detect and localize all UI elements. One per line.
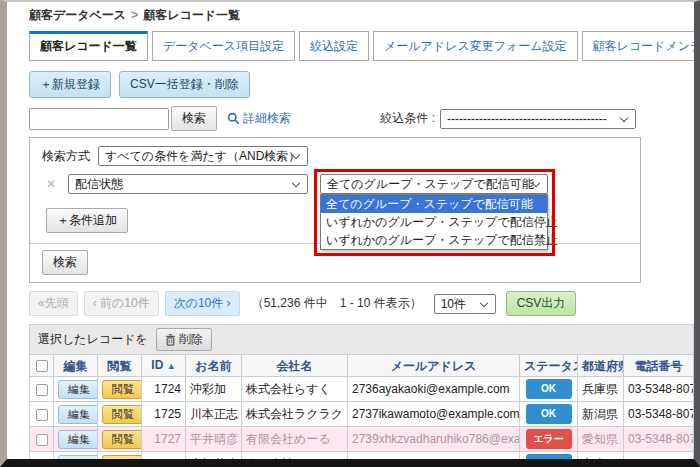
breadcrumb-parent[interactable]: 顧客データベース (29, 8, 126, 22)
new-record-button[interactable]: ＋新規登録 (29, 71, 111, 98)
cell-name: 川本正志 (186, 402, 242, 427)
select-all-header (30, 355, 54, 377)
select-all-checkbox[interactable] (36, 360, 48, 372)
header-email[interactable]: メールアドレス (348, 355, 520, 377)
condition-field-select[interactable]: 配信状態 (68, 174, 308, 194)
cell-name: 平井晴彦 (186, 427, 242, 452)
status-badge: OK (526, 404, 572, 424)
header-status[interactable]: ステータス (520, 355, 578, 377)
cell-prefecture: 富山県 (578, 452, 624, 467)
tab-bar: 顧客レコード一覧 データベース項目設定 絞込設定 メールアドレス変更フォーム設定… (29, 31, 694, 61)
toolbar: ＋新規登録 CSV一括登録・削除 (29, 71, 694, 98)
per-page-select[interactable]: 10件 (434, 294, 496, 314)
prev-page-button[interactable]: ‹ 前の10件 (84, 291, 159, 316)
cell-id: 1727 (142, 427, 186, 452)
advanced-search-label: 詳細検索 (243, 110, 291, 127)
header-edit: 編集 (54, 355, 98, 377)
bulk-delete-button[interactable]: 削除 (156, 328, 212, 351)
search-icon (227, 112, 240, 125)
advanced-search-link[interactable]: 詳細検索 (227, 110, 291, 127)
cell-id: 1728 (142, 452, 186, 467)
search-method-label: 検索方式 (42, 148, 90, 165)
status-badge: OK (526, 379, 572, 399)
bulk-action-label: 選択したレコードを (38, 331, 148, 348)
option-banned-any[interactable]: いずれかのグループ・ステップで配信禁止 (321, 231, 547, 249)
status-badge: OK (526, 454, 572, 467)
cell-phone: 03-5348-8070 (624, 427, 694, 452)
record-count-summary: （51,236 件中 1 - 10 件表示） (252, 295, 422, 312)
delivery-status-select[interactable]: 全てのグループ・ステップで配信可能 (320, 174, 548, 194)
cell-id: 1724 (142, 377, 186, 402)
tab-record-maintenance[interactable]: 顧客レコードメンテナンス (582, 31, 700, 61)
sort-asc-icon: ▲ (167, 361, 176, 371)
cell-name: 大橋花歩 (186, 452, 242, 467)
cell-email: 2737ikawamoto@example.com (348, 402, 520, 427)
next-page-button[interactable]: 次の10件 › (165, 291, 240, 316)
edit-button[interactable]: 編集 (58, 430, 98, 449)
row-checkbox[interactable] (36, 409, 48, 421)
page-content: 顧客データベース>顧客レコード一覧 顧客レコード一覧 データベース項目設定 絞込… (7, 2, 694, 459)
tab-email-change-form-settings[interactable]: メールアドレス変更フォーム設定 (373, 31, 578, 61)
panel-search-button[interactable]: 検索 (42, 250, 88, 275)
view-button[interactable]: 閲覧 (102, 405, 142, 424)
cell-company: 有限会社めーる (242, 427, 348, 452)
cell-id: 1725 (142, 402, 186, 427)
cell-phone: 03-5348-8070 (624, 377, 694, 402)
search-condition-panel: 検索方式 すべての条件を満たす（AND検索） ✕ 配信状態 全てのグループ・ステ… (29, 137, 641, 283)
cell-company: 株式会社らすく (242, 377, 348, 402)
option-stopped-any[interactable]: いずれかのグループ・ステップで配信停止 (321, 213, 547, 231)
csv-bulk-button[interactable]: CSV一括登録・削除 (119, 71, 250, 98)
cell-phone: 03-5348-8070 (624, 452, 694, 467)
csv-export-button[interactable]: CSV出力 (506, 291, 577, 316)
cell-email: 2740kaho1882@example.com (348, 452, 520, 467)
tab-database-field-settings[interactable]: データベース項目設定 (152, 31, 295, 61)
header-company[interactable]: 会社名 (242, 355, 348, 377)
header-view: 閲覧 (98, 355, 142, 377)
view-button[interactable]: 閲覧 (102, 380, 142, 399)
view-button[interactable]: 閲覧 (102, 430, 142, 449)
delivery-status-dropdown: 全てのグループ・ステップで配信可能 全てのグループ・ステップで配信可能 いずれか… (320, 174, 548, 194)
edit-button[interactable]: 編集 (58, 455, 98, 467)
header-prefecture[interactable]: 都道府県 (578, 355, 624, 377)
header-id[interactable]: ID ▲ (142, 355, 186, 377)
edit-button[interactable]: 編集 (58, 380, 98, 399)
bulk-action-bar: 選択したレコードを 削除 (29, 324, 694, 354)
row-checkbox[interactable] (36, 434, 48, 446)
delivery-status-options: 全てのグループ・ステップで配信可能 いずれかのグループ・ステップで配信停止 いず… (320, 194, 548, 250)
cell-prefecture: 新潟県 (578, 402, 624, 427)
table-row: 編集 閲覧 1725 川本正志 株式会社ラクラク 2737ikawamoto@e… (30, 402, 694, 427)
tab-filter-settings[interactable]: 絞込設定 (299, 31, 369, 61)
remove-condition-icon[interactable]: ✕ (46, 177, 58, 191)
tab-customer-record-list[interactable]: 顧客レコード一覧 (29, 31, 148, 61)
first-page-button[interactable]: «先頭 (29, 291, 78, 316)
view-button[interactable]: 閲覧 (102, 455, 142, 467)
bulk-delete-label: 削除 (179, 331, 203, 348)
breadcrumb-current: 顧客レコード一覧 (143, 8, 240, 22)
app-window: 顧客データベース>顧客レコード一覧 顧客レコード一覧 データベース項目設定 絞込… (0, 0, 700, 467)
row-checkbox[interactable] (36, 459, 48, 467)
filter-condition-select[interactable]: ---------------------------------------- (440, 109, 636, 129)
keyword-input[interactable] (29, 108, 169, 130)
search-button[interactable]: 検索 (171, 106, 217, 131)
trash-icon (165, 334, 176, 346)
pagination: «先頭 ‹ 前の10件 次の10件 › （51,236 件中 1 - 10 件表… (29, 291, 694, 316)
records-table: 編集 閲覧 ID ▲ お名前 会社名 メールアドレス ステータス 都道府県 電話… (29, 354, 694, 467)
row-checkbox[interactable] (36, 384, 48, 396)
table-header-row: 編集 閲覧 ID ▲ お名前 会社名 メールアドレス ステータス 都道府県 電話… (30, 355, 694, 377)
edit-button[interactable]: 編集 (58, 405, 98, 424)
breadcrumb: 顧客データベース>顧客レコード一覧 (29, 7, 694, 24)
breadcrumb-separator: > (131, 8, 138, 22)
cell-email: 2736ayakaoki@example.com (348, 377, 520, 402)
cell-company: 有限会社CD (242, 452, 348, 467)
search-method-select[interactable]: すべての条件を満たす（AND検索） (98, 146, 308, 166)
status-badge-error: エラー (526, 429, 572, 449)
table-row: 編集 閲覧 1728 大橋花歩 有限会社CD 2740kaho1882@exam… (30, 452, 694, 467)
cell-prefecture: 愛知県 (578, 427, 624, 452)
header-name[interactable]: お名前 (186, 355, 242, 377)
cell-name: 沖彩加 (186, 377, 242, 402)
option-deliverable-all[interactable]: 全てのグループ・ステップで配信可能 (321, 195, 547, 213)
header-phone[interactable]: 電話番号 (624, 355, 694, 377)
filter-condition-label: 絞込条件 : (380, 110, 435, 127)
add-condition-button[interactable]: ＋条件追加 (46, 208, 128, 233)
cell-phone: 03-5348-8070 (624, 402, 694, 427)
